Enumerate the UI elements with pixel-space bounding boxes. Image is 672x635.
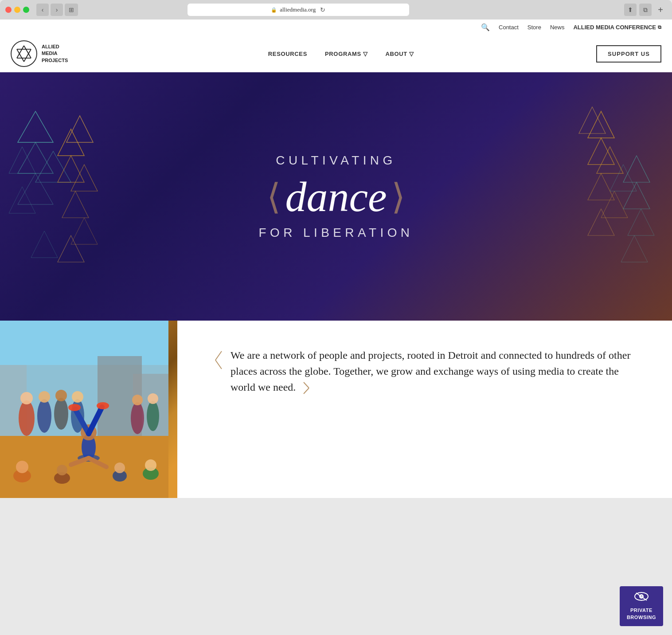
svg-marker-11	[9, 187, 35, 213]
logo-circle	[11, 40, 37, 67]
programs-dropdown-icon: ▽	[363, 51, 368, 57]
svg-marker-16	[71, 165, 98, 191]
svg-marker-14	[58, 156, 84, 182]
store-link[interactable]: Store	[527, 24, 541, 31]
amc-link[interactable]: ALLIED MEDIA CONFERENCE ⧉	[573, 24, 661, 31]
svg-point-68	[114, 463, 125, 473]
svg-point-49	[132, 395, 143, 405]
main-nav: ALLIED MEDIA PROJECTS RESOURCES PROGRAMS…	[0, 35, 672, 72]
logo-line1: ALLIED	[42, 43, 68, 50]
programs-link[interactable]: PROGRAMS ▽	[325, 51, 367, 57]
svg-point-62	[16, 461, 28, 473]
sidebar-button[interactable]: ⊞	[65, 4, 78, 16]
svg-marker-29	[623, 182, 650, 209]
svg-marker-24	[597, 147, 623, 173]
programs-label: PROGRAMS	[325, 51, 361, 57]
svg-marker-27	[588, 209, 614, 235]
svg-marker-25	[588, 173, 614, 200]
logo-line2: MEDIA	[42, 50, 68, 57]
hero-liberation-text: FOR LIBERATION	[259, 226, 414, 240]
dance-image-container	[0, 321, 177, 498]
minimize-dot[interactable]	[14, 7, 20, 13]
resources-link[interactable]: RESOURCES	[268, 51, 307, 57]
logo-text: ALLIED MEDIA PROJECTS	[42, 43, 68, 64]
new-tab-button[interactable]: +	[654, 4, 667, 16]
svg-line-70	[215, 360, 222, 369]
svg-marker-17	[62, 191, 89, 218]
eye-icon	[627, 592, 656, 605]
svg-point-42	[37, 399, 51, 433]
svg-point-45	[55, 390, 67, 401]
private-browsing-badge: PRIVATE BROWSING	[620, 586, 663, 626]
news-link[interactable]: News	[550, 24, 565, 31]
reload-button[interactable]: ↻	[320, 6, 325, 13]
back-button[interactable]: ‹	[36, 4, 49, 16]
svg-marker-6	[18, 111, 53, 142]
hero-cultivating-text: CULTIVATING	[259, 153, 414, 168]
support-button[interactable]: SUPPORT US	[596, 45, 661, 63]
svg-marker-26	[601, 191, 628, 218]
svg-point-66	[57, 465, 67, 475]
hero-bracket-left-icon: ⟨	[267, 176, 281, 217]
lock-icon: 🔒	[271, 7, 277, 13]
forward-button[interactable]: ›	[51, 4, 63, 16]
svg-point-48	[131, 402, 144, 434]
content-text-area: We are a network of people and projects,…	[177, 321, 672, 498]
svg-point-44	[54, 398, 68, 430]
body-paragraph: We are a network of people and projects,…	[231, 347, 645, 396]
svg-line-71	[304, 382, 309, 388]
about-link[interactable]: ABOUT ▽	[385, 51, 414, 57]
svg-point-58	[97, 402, 109, 409]
svg-marker-20	[31, 231, 58, 258]
share-button[interactable]: ⬆	[624, 4, 637, 16]
hero-bracket-right-icon: ⟩	[391, 176, 405, 217]
content-body-text: We are a network of people and projects,…	[231, 347, 645, 396]
fullscreen-button[interactable]: ⧉	[639, 4, 652, 16]
search-icon[interactable]: 🔍	[481, 23, 490, 31]
svg-marker-22	[588, 138, 614, 165]
svg-point-40	[19, 400, 35, 436]
svg-line-72	[304, 388, 309, 394]
url-text: alliedmedia.org	[280, 6, 316, 13]
svg-marker-18	[71, 218, 98, 244]
svg-marker-28	[623, 156, 650, 182]
maximize-dot[interactable]	[23, 7, 29, 13]
window-controls	[5, 7, 29, 13]
contact-link[interactable]: Contact	[499, 24, 519, 31]
svg-point-41	[20, 392, 33, 404]
svg-marker-30	[628, 209, 654, 235]
svg-marker-7	[18, 142, 53, 173]
logo-line3: PROJECTS	[42, 57, 68, 64]
external-link-icon: ⧉	[658, 24, 661, 30]
browser-nav: ‹ › ⊞	[36, 4, 78, 16]
svg-marker-9	[9, 147, 35, 173]
about-label: ABOUT	[385, 51, 407, 57]
svg-line-69	[215, 351, 222, 360]
svg-marker-19	[58, 235, 84, 262]
svg-point-43	[39, 391, 50, 403]
dance-placeholder	[0, 321, 177, 498]
private-browsing-line1: PRIVATE	[627, 607, 656, 614]
svg-marker-31	[621, 235, 648, 262]
about-dropdown-icon: ▽	[409, 51, 414, 57]
svg-marker-32	[610, 165, 637, 191]
content-bracket-icon	[213, 349, 223, 379]
close-dot[interactable]	[5, 7, 12, 13]
svg-marker-15	[66, 116, 93, 142]
browser-actions: ⬆ ⧉ +	[624, 4, 667, 16]
content-section: We are a network of people and projects,…	[0, 321, 672, 498]
hero-content: CULTIVATING ⟨ dance ⟩ FOR LIBERATION	[259, 153, 414, 240]
logo-area[interactable]: ALLIED MEDIA PROJECTS	[11, 40, 68, 67]
body-text: We are a network of people and projects,…	[231, 349, 630, 393]
amc-label: ALLIED MEDIA CONFERENCE	[573, 24, 656, 31]
svg-point-64	[145, 459, 156, 471]
utility-nav: 🔍 Contact Store News ALLIED MEDIA CONFER…	[0, 20, 672, 35]
svg-point-51	[148, 393, 158, 404]
svg-point-57	[68, 404, 81, 411]
geo-decoration-left	[9, 102, 106, 290]
address-bar[interactable]: 🔒 alliedmedia.org ↻	[188, 4, 409, 16]
main-nav-links: RESOURCES PROGRAMS ▽ ABOUT ▽	[86, 51, 596, 57]
browser-titlebar: ‹ › ⊞ 🔒 alliedmedia.org ↻ ⬆ ⧉ +	[0, 0, 672, 20]
geo-decoration-right	[566, 102, 663, 290]
hero-dance-text: ⟨ dance ⟩	[259, 172, 414, 221]
